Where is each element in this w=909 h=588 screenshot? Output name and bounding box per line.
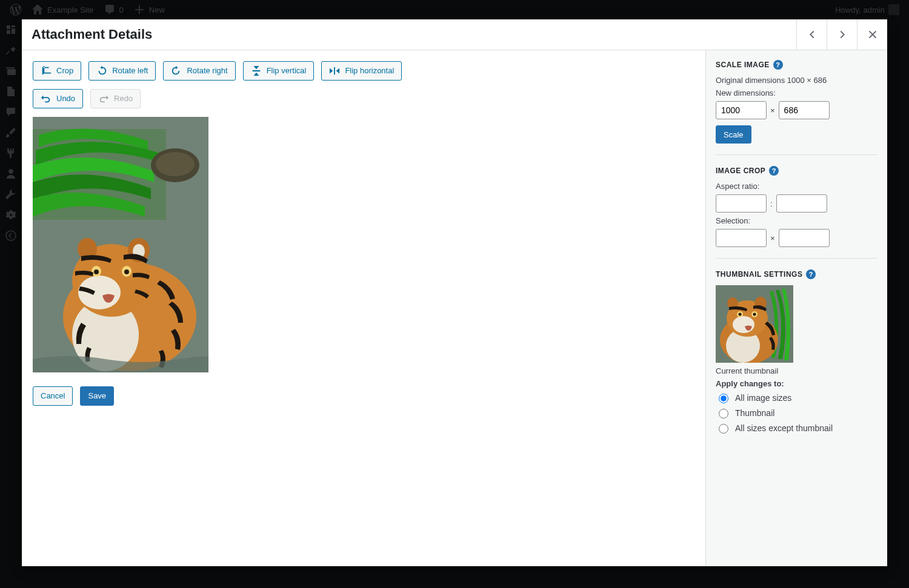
image-canvas[interactable] [33,117,208,372]
scale-height-input[interactable] [779,101,830,119]
radio-except-label: All sizes except thumbnail [735,423,833,433]
selection-label: Selection: [716,216,877,225]
undo-icon [41,93,52,104]
crop-button[interactable]: Crop [33,61,81,81]
redo-button: Redo [90,89,141,108]
selection-height-input[interactable] [779,229,830,247]
chevron-right-icon [836,28,849,41]
apply-changes-radio-group: All image sizes Thumbnail All sizes exce… [716,392,877,434]
flip-vertical-icon [251,65,262,76]
crop-heading-text: Image Crop [716,167,765,175]
radio-all-sizes[interactable]: All image sizes [716,392,877,403]
radio-all-label: All image sizes [735,393,791,403]
rotate-left-button[interactable]: Rotate left [88,61,156,81]
svg-point-24 [733,316,754,333]
save-label: Save [88,387,106,405]
aspect-ratio-label: Aspect ratio: [716,182,877,191]
scale-button-label: Scale [724,130,744,139]
settings-pane: Scale Image ? Original dimensions 1000 ×… [705,50,887,566]
thumbnail-heading: Thumbnail Settings ? [716,269,877,279]
rotate-right-button[interactable]: Rotate right [163,61,235,81]
radio-all-input[interactable] [719,394,728,403]
thumbnail-preview [716,285,793,363]
divider [716,258,877,259]
undo-label: Undo [56,90,75,108]
undo-button[interactable]: Undo [33,89,83,108]
flip-horizontal-button[interactable]: Flip horizontal [321,61,402,81]
scale-heading-text: Scale Image [716,61,770,69]
new-dimensions-label: New dimensions: [716,88,877,97]
times-separator: × [770,106,775,115]
current-thumbnail-label: Current thumbnail [716,366,877,375]
crop-icon [41,65,52,76]
flip-vertical-button[interactable]: Flip vertical [243,61,315,81]
flip-vertical-label: Flip vertical [267,62,307,80]
flip-horizontal-icon [329,65,340,76]
svg-point-17 [94,269,99,274]
modal-title: Attachment Details [22,19,162,50]
editor-pane: Crop Rotate left Rotate right Flip verti… [22,50,705,566]
rotate-left-icon [96,65,107,76]
tiger-thumbnail [716,285,793,363]
apply-changes-label: Apply changes to: [716,379,877,388]
save-row: Cancel Save [33,386,694,406]
help-icon[interactable]: ? [769,166,779,176]
close-button[interactable] [857,19,887,50]
cancel-button[interactable]: Cancel [33,386,73,406]
cancel-label: Cancel [41,387,65,405]
divider [716,154,877,155]
svg-point-12 [78,276,121,309]
scale-heading: Scale Image ? [716,60,877,70]
rotate-right-icon [171,65,182,76]
scale-button[interactable]: Scale [716,125,751,144]
help-icon[interactable]: ? [806,269,816,279]
redo-icon [98,93,109,104]
scale-dimensions-row: × [716,101,877,119]
original-dimensions: Original dimensions 1000 × 686 [716,76,877,85]
svg-point-19 [124,269,129,274]
aspect-ratio-row: : [716,194,877,213]
crop-heading: Image Crop ? [716,166,877,176]
scale-width-input[interactable] [716,101,767,119]
tiger-image [33,117,208,372]
help-icon[interactable]: ? [773,60,783,70]
attachment-details-modal: Attachment Details Crop Rotate left [22,19,887,566]
thumbnail-heading-text: Thumbnail Settings [716,270,802,279]
redo-label: Redo [114,90,133,108]
aspect-height-input[interactable] [776,194,827,213]
next-button[interactable] [827,19,857,50]
selection-row: × [716,229,877,247]
chevron-left-icon [805,28,819,41]
rotate-left-label: Rotate left [112,62,148,80]
selection-separator: × [770,234,775,243]
radio-thumb-label: Thumbnail [735,408,774,418]
undo-redo-toolbar: Undo Redo [33,89,694,108]
aspect-separator: : [770,199,773,208]
radio-except-thumbnail[interactable]: All sizes except thumbnail [716,422,877,434]
selection-width-input[interactable] [716,229,767,247]
image-edit-toolbar: Crop Rotate left Rotate right Flip verti… [33,61,694,81]
svg-point-7 [156,152,195,176]
svg-point-30 [753,313,756,316]
crop-label: Crop [56,62,73,80]
modal-header: Attachment Details [22,19,887,50]
svg-point-28 [739,313,742,316]
rotate-right-label: Rotate right [187,62,227,80]
save-button[interactable]: Save [80,386,114,406]
radio-except-input[interactable] [719,424,728,434]
flip-horizontal-label: Flip horizontal [345,62,394,80]
radio-thumbnail[interactable]: Thumbnail [716,407,877,418]
close-icon [866,28,879,41]
aspect-width-input[interactable] [716,194,767,213]
radio-thumb-input[interactable] [719,409,728,418]
prev-button[interactable] [796,19,827,50]
